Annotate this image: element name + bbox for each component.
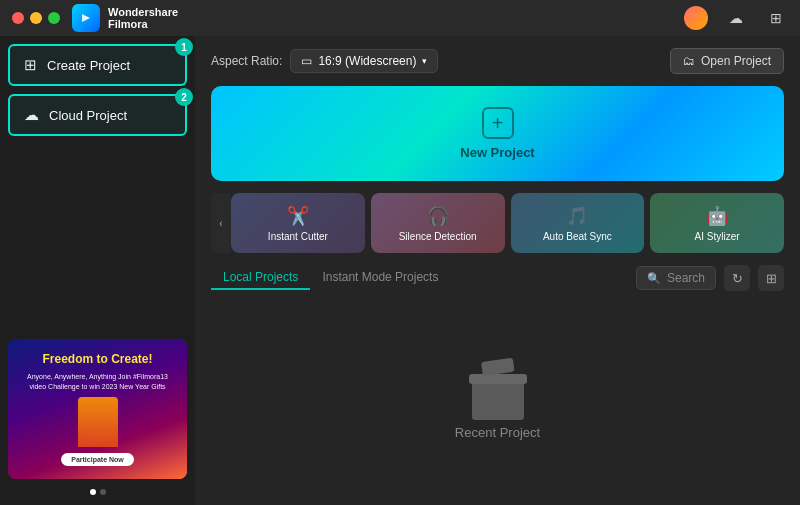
silence-detection-icon: 🎧 bbox=[427, 205, 449, 227]
main-layout: ⊞ Create Project 1 ☁ Cloud Project 2 Fre… bbox=[0, 36, 800, 505]
empty-state: Recent Project bbox=[211, 301, 784, 493]
grid-view-button[interactable]: ⊞ bbox=[758, 265, 784, 291]
feature-instant-cutter[interactable]: ✂️ Instant Cutter bbox=[231, 193, 365, 253]
strip-nav-left[interactable]: ‹ bbox=[211, 193, 231, 253]
aspect-ratio-area: Aspect Ratio: ▭ 16:9 (Widescreen) ▾ bbox=[211, 49, 438, 73]
aspect-ratio-select[interactable]: ▭ 16:9 (Widescreen) ▾ bbox=[290, 49, 438, 73]
create-project-label: Create Project bbox=[47, 58, 130, 73]
aspect-ratio-value: 16:9 (Widescreen) bbox=[318, 54, 416, 68]
app-title-area: Wondershare Filmora bbox=[72, 4, 684, 32]
projects-tabs: Local Projects Instant Mode Projects bbox=[211, 266, 450, 290]
search-placeholder: Search bbox=[667, 271, 705, 285]
feature-strip: ‹ ✂️ Instant Cutter 🎧 Silence Detection … bbox=[211, 193, 784, 253]
upload-icon[interactable]: ☁ bbox=[724, 6, 748, 30]
promo-title: Freedom to Create! bbox=[42, 352, 152, 366]
promo-dot-1[interactable] bbox=[90, 489, 96, 495]
new-project-plus-icon: + bbox=[482, 107, 514, 139]
content-area: Aspect Ratio: ▭ 16:9 (Widescreen) ▾ 🗂 Op… bbox=[195, 36, 800, 505]
cloud-project-badge: 2 bbox=[175, 88, 193, 106]
instant-cutter-icon: ✂️ bbox=[287, 205, 309, 227]
app-name: Wondershare Filmora bbox=[108, 6, 178, 30]
ai-stylizer-label: AI Stylizer bbox=[695, 231, 740, 242]
folder-icon: 🗂 bbox=[683, 54, 695, 68]
close-button[interactable] bbox=[12, 12, 24, 24]
aspect-ratio-icon: ▭ bbox=[301, 54, 312, 68]
feature-cards: ✂️ Instant Cutter 🎧 Silence Detection 🎵 … bbox=[231, 193, 784, 253]
titlebar-icons: ☁ ⊞ bbox=[684, 6, 788, 30]
cloud-project-button[interactable]: ☁ Cloud Project 2 bbox=[8, 94, 187, 136]
create-project-badge: 1 bbox=[175, 38, 193, 56]
create-project-button[interactable]: ⊞ Create Project 1 bbox=[8, 44, 187, 86]
settings-icon[interactable]: ⊞ bbox=[764, 6, 788, 30]
search-icon: 🔍 bbox=[647, 272, 661, 285]
empty-state-icon bbox=[463, 355, 533, 415]
promo-dot-2[interactable] bbox=[100, 489, 106, 495]
refresh-button[interactable]: ↻ bbox=[724, 265, 750, 291]
feature-auto-beat-sync[interactable]: 🎵 Auto Beat Sync bbox=[511, 193, 645, 253]
open-project-label: Open Project bbox=[701, 54, 771, 68]
recent-project-label: Recent Project bbox=[455, 425, 540, 440]
top-bar: Aspect Ratio: ▭ 16:9 (Widescreen) ▾ 🗂 Op… bbox=[211, 48, 784, 74]
sidebar: ⊞ Create Project 1 ☁ Cloud Project 2 Fre… bbox=[0, 36, 195, 505]
traffic-lights bbox=[12, 12, 60, 24]
ai-stylizer-icon: 🤖 bbox=[706, 205, 728, 227]
minimize-button[interactable] bbox=[30, 12, 42, 24]
create-project-icon: ⊞ bbox=[24, 56, 37, 74]
maximize-button[interactable] bbox=[48, 12, 60, 24]
feature-ai-stylizer[interactable]: 🤖 AI Stylizer bbox=[650, 193, 784, 253]
promo-person bbox=[78, 397, 118, 447]
promo-banner[interactable]: Freedom to Create! Anyone, Anywhere, Any… bbox=[8, 339, 187, 479]
cloud-project-icon: ☁ bbox=[24, 106, 39, 124]
tab-instant-mode-projects[interactable]: Instant Mode Projects bbox=[310, 266, 450, 290]
titlebar: Wondershare Filmora ☁ ⊞ bbox=[0, 0, 800, 36]
instant-cutter-label: Instant Cutter bbox=[268, 231, 328, 242]
auto-beat-sync-label: Auto Beat Sync bbox=[543, 231, 612, 242]
promo-dots bbox=[8, 483, 187, 497]
tab-local-projects[interactable]: Local Projects bbox=[211, 266, 310, 290]
projects-section: Local Projects Instant Mode Projects 🔍 S… bbox=[211, 265, 784, 493]
new-project-button[interactable]: + New Project bbox=[211, 86, 784, 181]
user-avatar[interactable] bbox=[684, 6, 708, 30]
chevron-down-icon: ▾ bbox=[422, 56, 427, 66]
promo-text: Anyone, Anywhere, Anything Join #Filmora… bbox=[18, 372, 177, 392]
silence-detection-label: Silence Detection bbox=[399, 231, 477, 242]
cloud-project-label: Cloud Project bbox=[49, 108, 127, 123]
promo-participate-button[interactable]: Participate Now bbox=[61, 453, 134, 466]
projects-toolbar: 🔍 Search ↻ ⊞ bbox=[636, 265, 784, 291]
aspect-ratio-label: Aspect Ratio: bbox=[211, 54, 282, 68]
auto-beat-sync-icon: 🎵 bbox=[566, 205, 588, 227]
open-project-button[interactable]: 🗂 Open Project bbox=[670, 48, 784, 74]
search-box[interactable]: 🔍 Search bbox=[636, 266, 716, 290]
new-project-label: New Project bbox=[460, 145, 534, 160]
projects-header: Local Projects Instant Mode Projects 🔍 S… bbox=[211, 265, 784, 291]
app-logo bbox=[72, 4, 100, 32]
feature-silence-detection[interactable]: 🎧 Silence Detection bbox=[371, 193, 505, 253]
